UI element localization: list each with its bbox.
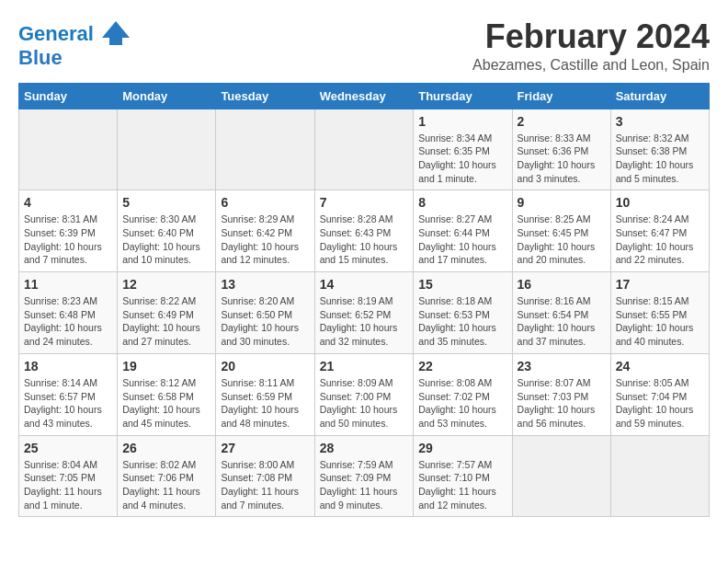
day-info: Sunrise: 8:04 AM Sunset: 7:05 PM Dayligh… <box>24 458 112 512</box>
month-title: February 2024 <box>472 18 710 55</box>
calendar-cell: 3Sunrise: 8:32 AM Sunset: 6:38 PM Daylig… <box>610 109 709 190</box>
subtitle: Abezames, Castille and Leon, Spain <box>472 57 710 74</box>
weekday-header: Thursday <box>414 83 512 109</box>
svg-marker-0 <box>102 21 130 45</box>
logo-icon <box>102 19 130 47</box>
day-number: 15 <box>418 277 506 292</box>
day-info: Sunrise: 8:23 AM Sunset: 6:48 PM Dayligh… <box>24 294 112 349</box>
calendar-cell: 9Sunrise: 8:25 AM Sunset: 6:45 PM Daylig… <box>512 190 610 272</box>
day-number: 1 <box>418 114 506 129</box>
day-info: Sunrise: 8:12 AM Sunset: 6:58 PM Dayligh… <box>122 376 210 431</box>
calendar-week-row: 4Sunrise: 8:31 AM Sunset: 6:39 PM Daylig… <box>19 190 710 272</box>
header: General Blue February 2024 Abezames, Cas… <box>18 18 710 74</box>
calendar-cell: 4Sunrise: 8:31 AM Sunset: 6:39 PM Daylig… <box>19 190 118 272</box>
day-number: 4 <box>24 195 112 210</box>
day-number: 25 <box>24 441 112 455</box>
calendar-cell: 2Sunrise: 8:33 AM Sunset: 6:36 PM Daylig… <box>512 109 610 190</box>
calendar-cell: 21Sunrise: 8:09 AM Sunset: 7:00 PM Dayli… <box>314 353 414 435</box>
day-number: 3 <box>616 114 704 129</box>
day-info: Sunrise: 8:29 AM Sunset: 6:42 PM Dayligh… <box>221 213 309 267</box>
calendar-cell: 26Sunrise: 8:02 AM Sunset: 7:06 PM Dayli… <box>118 435 216 517</box>
calendar-cell: 14Sunrise: 8:19 AM Sunset: 6:52 PM Dayli… <box>314 272 414 354</box>
calendar-cell: 12Sunrise: 8:22 AM Sunset: 6:49 PM Dayli… <box>118 272 216 354</box>
calendar-cell: 17Sunrise: 8:15 AM Sunset: 6:55 PM Dayli… <box>610 272 709 354</box>
day-number: 19 <box>122 359 210 373</box>
calendar-header: SundayMondayTuesdayWednesdayThursdayFrid… <box>19 83 710 109</box>
day-number: 17 <box>616 277 704 292</box>
day-info: Sunrise: 8:33 AM Sunset: 6:36 PM Dayligh… <box>518 132 606 186</box>
calendar-cell: 27Sunrise: 8:00 AM Sunset: 7:08 PM Dayli… <box>216 435 314 517</box>
calendar-cell: 5Sunrise: 8:30 AM Sunset: 6:40 PM Daylig… <box>118 190 216 272</box>
day-number: 8 <box>418 195 506 210</box>
day-info: Sunrise: 8:20 AM Sunset: 6:50 PM Dayligh… <box>221 294 309 349</box>
weekday-header: Tuesday <box>216 83 314 109</box>
calendar-cell <box>19 109 118 190</box>
day-info: Sunrise: 8:19 AM Sunset: 6:52 PM Dayligh… <box>320 294 409 349</box>
calendar-week-row: 18Sunrise: 8:14 AM Sunset: 6:57 PM Dayli… <box>19 353 710 435</box>
day-number: 2 <box>518 114 606 129</box>
calendar-cell: 24Sunrise: 8:05 AM Sunset: 7:04 PM Dayli… <box>610 353 709 435</box>
weekday-header: Monday <box>118 83 216 109</box>
calendar-cell: 8Sunrise: 8:27 AM Sunset: 6:44 PM Daylig… <box>414 190 512 272</box>
calendar-cell: 6Sunrise: 8:29 AM Sunset: 6:42 PM Daylig… <box>216 190 314 272</box>
day-info: Sunrise: 8:30 AM Sunset: 6:40 PM Dayligh… <box>122 213 210 267</box>
calendar-cell: 16Sunrise: 8:16 AM Sunset: 6:54 PM Dayli… <box>512 272 610 354</box>
calendar-week-row: 11Sunrise: 8:23 AM Sunset: 6:48 PM Dayli… <box>19 272 710 354</box>
logo: General Blue <box>18 23 130 69</box>
day-number: 11 <box>24 277 112 292</box>
calendar-cell: 11Sunrise: 8:23 AM Sunset: 6:48 PM Dayli… <box>19 272 118 354</box>
day-info: Sunrise: 8:05 AM Sunset: 7:04 PM Dayligh… <box>616 376 704 431</box>
day-info: Sunrise: 8:07 AM Sunset: 7:03 PM Dayligh… <box>518 376 606 431</box>
calendar-table: SundayMondayTuesdayWednesdayThursdayFrid… <box>18 83 710 518</box>
day-number: 23 <box>518 359 606 373</box>
weekday-row: SundayMondayTuesdayWednesdayThursdayFrid… <box>19 83 710 109</box>
calendar-cell <box>216 109 314 190</box>
logo-general: General <box>18 22 94 45</box>
day-number: 10 <box>616 195 704 210</box>
day-number: 27 <box>221 441 309 455</box>
weekday-header: Friday <box>512 83 610 109</box>
calendar-week-row: 1Sunrise: 8:34 AM Sunset: 6:35 PM Daylig… <box>19 109 710 190</box>
day-number: 9 <box>518 195 606 210</box>
day-info: Sunrise: 8:28 AM Sunset: 6:43 PM Dayligh… <box>320 213 409 267</box>
day-info: Sunrise: 8:11 AM Sunset: 6:59 PM Dayligh… <box>221 376 309 431</box>
calendar-cell <box>512 435 610 517</box>
day-info: Sunrise: 8:09 AM Sunset: 7:00 PM Dayligh… <box>320 376 409 431</box>
day-number: 5 <box>122 195 210 210</box>
calendar-cell: 28Sunrise: 7:59 AM Sunset: 7:09 PM Dayli… <box>314 435 414 517</box>
day-info: Sunrise: 7:57 AM Sunset: 7:10 PM Dayligh… <box>418 458 506 512</box>
day-number: 21 <box>320 359 409 373</box>
day-number: 24 <box>616 359 704 373</box>
calendar-cell <box>118 109 216 190</box>
calendar-cell: 1Sunrise: 8:34 AM Sunset: 6:35 PM Daylig… <box>414 109 512 190</box>
day-info: Sunrise: 8:22 AM Sunset: 6:49 PM Dayligh… <box>122 294 210 349</box>
calendar-cell: 23Sunrise: 8:07 AM Sunset: 7:03 PM Dayli… <box>512 353 610 435</box>
day-info: Sunrise: 8:02 AM Sunset: 7:06 PM Dayligh… <box>122 458 210 512</box>
day-info: Sunrise: 8:25 AM Sunset: 6:45 PM Dayligh… <box>518 213 606 267</box>
logo-text: General <box>18 23 130 47</box>
calendar-week-row: 25Sunrise: 8:04 AM Sunset: 7:05 PM Dayli… <box>19 435 710 517</box>
weekday-header: Wednesday <box>314 83 414 109</box>
calendar-cell: 19Sunrise: 8:12 AM Sunset: 6:58 PM Dayli… <box>118 353 216 435</box>
day-info: Sunrise: 8:16 AM Sunset: 6:54 PM Dayligh… <box>518 294 606 349</box>
day-number: 22 <box>418 359 506 373</box>
calendar-body: 1Sunrise: 8:34 AM Sunset: 6:35 PM Daylig… <box>19 109 710 517</box>
day-number: 16 <box>518 277 606 292</box>
calendar-cell <box>314 109 414 190</box>
day-number: 26 <box>122 441 210 455</box>
day-number: 20 <box>221 359 309 373</box>
day-number: 13 <box>221 277 309 292</box>
day-number: 6 <box>221 195 309 210</box>
day-info: Sunrise: 8:18 AM Sunset: 6:53 PM Dayligh… <box>418 294 506 349</box>
title-area: February 2024 Abezames, Castille and Leo… <box>472 18 710 74</box>
day-info: Sunrise: 8:31 AM Sunset: 6:39 PM Dayligh… <box>24 213 112 267</box>
weekday-header: Sunday <box>19 83 118 109</box>
calendar-cell: 29Sunrise: 7:57 AM Sunset: 7:10 PM Dayli… <box>414 435 512 517</box>
day-info: Sunrise: 8:14 AM Sunset: 6:57 PM Dayligh… <box>24 376 112 431</box>
day-number: 12 <box>122 277 210 292</box>
day-number: 29 <box>418 441 506 455</box>
calendar-cell: 22Sunrise: 8:08 AM Sunset: 7:02 PM Dayli… <box>414 353 512 435</box>
day-number: 7 <box>320 195 409 210</box>
day-info: Sunrise: 8:27 AM Sunset: 6:44 PM Dayligh… <box>418 213 506 267</box>
day-info: Sunrise: 8:34 AM Sunset: 6:35 PM Dayligh… <box>418 132 506 186</box>
